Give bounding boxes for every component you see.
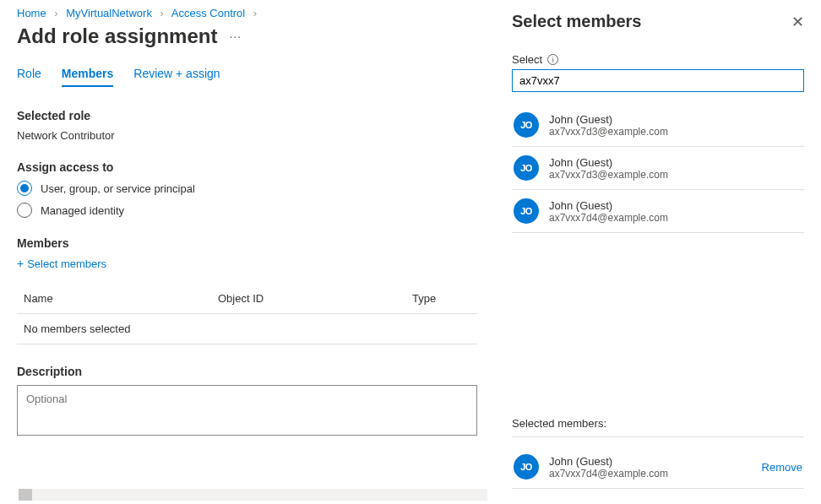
members-label: Members xyxy=(17,236,477,250)
scrollbar-thumb[interactable] xyxy=(19,489,32,501)
result-email: ax7vxx7d4@example.com xyxy=(549,212,668,224)
selected-member-row: JO John (Guest) ax7vxx7d4@example.com Re… xyxy=(512,446,804,489)
result-email: ax7vxx7d3@example.com xyxy=(549,126,668,138)
tab-review[interactable]: Review + assign xyxy=(133,67,220,87)
chevron-right-icon: › xyxy=(54,7,57,19)
avatar: JO xyxy=(514,155,539,181)
horizontal-scrollbar[interactable] xyxy=(19,489,487,501)
select-members-link[interactable]: + Select members xyxy=(17,257,106,270)
avatar: JO xyxy=(514,112,539,138)
close-icon[interactable]: ✕ xyxy=(791,13,804,31)
tabs: Role Members Review + assign xyxy=(17,67,477,87)
col-object-id: Object ID xyxy=(218,292,412,305)
selected-name: John (Guest) xyxy=(549,455,762,468)
radio-icon xyxy=(17,181,32,196)
result-item[interactable]: JO John (Guest) ax7vxx7d3@example.com xyxy=(512,104,804,147)
radio-label: Managed identity xyxy=(41,204,124,217)
col-type: Type xyxy=(412,292,477,305)
search-results: JO John (Guest) ax7vxx7d3@example.com JO… xyxy=(512,104,804,233)
select-members-panel: Select members ✕ Select i JO John (Guest… xyxy=(492,0,821,504)
col-name: Name xyxy=(24,292,218,305)
avatar: JO xyxy=(514,198,539,224)
member-search-input[interactable] xyxy=(512,69,804,92)
breadcrumb: Home › MyVirtualNetwork › Access Control… xyxy=(17,7,477,19)
breadcrumb-access-control[interactable]: Access Control xyxy=(171,7,245,19)
result-name: John (Guest) xyxy=(549,156,668,169)
assign-access-label: Assign access to xyxy=(17,160,477,174)
panel-title: Select members xyxy=(512,12,641,31)
remove-member-link[interactable]: Remove xyxy=(762,461,802,474)
breadcrumb-vnet[interactable]: MyVirtualNetwork xyxy=(66,7,152,19)
radio-user-group-sp[interactable]: User, group, or service principal xyxy=(17,181,477,196)
select-field-label: Select i xyxy=(512,53,804,66)
description-label: Description xyxy=(17,365,477,378)
radio-icon xyxy=(17,203,32,218)
description-input[interactable] xyxy=(17,385,477,436)
info-icon[interactable]: i xyxy=(547,54,558,65)
result-item[interactable]: JO John (Guest) ax7vxx7d3@example.com xyxy=(512,147,804,190)
selected-role-value: Network Contributor xyxy=(17,129,477,142)
selected-role-label: Selected role xyxy=(17,109,477,122)
result-name: John (Guest) xyxy=(549,113,668,126)
chevron-right-icon: › xyxy=(253,7,257,19)
radio-managed-identity[interactable]: Managed identity xyxy=(17,203,477,218)
members-empty-row: No members selected xyxy=(17,314,477,344)
selected-members-section: Selected members: JO John (Guest) ax7vxx… xyxy=(512,417,804,489)
result-item[interactable]: JO John (Guest) ax7vxx7d4@example.com xyxy=(512,190,804,233)
page-title: Add role assignment xyxy=(17,24,217,48)
tab-role[interactable]: Role xyxy=(17,67,41,87)
result-email: ax7vxx7d3@example.com xyxy=(549,169,668,181)
more-actions-icon[interactable]: ··· xyxy=(229,30,242,43)
chevron-right-icon: › xyxy=(160,7,164,19)
selected-email: ax7vxx7d4@example.com xyxy=(549,468,762,480)
members-table-header: Name Object ID Type xyxy=(17,285,477,314)
main-content: Home › MyVirtualNetwork › Access Control… xyxy=(0,0,494,504)
plus-icon: + xyxy=(17,257,24,270)
radio-label: User, group, or service principal xyxy=(41,182,195,195)
result-name: John (Guest) xyxy=(549,199,668,212)
selected-members-label: Selected members: xyxy=(512,417,804,437)
tab-members[interactable]: Members xyxy=(62,67,113,87)
avatar: JO xyxy=(514,454,539,480)
breadcrumb-home[interactable]: Home xyxy=(17,7,46,19)
